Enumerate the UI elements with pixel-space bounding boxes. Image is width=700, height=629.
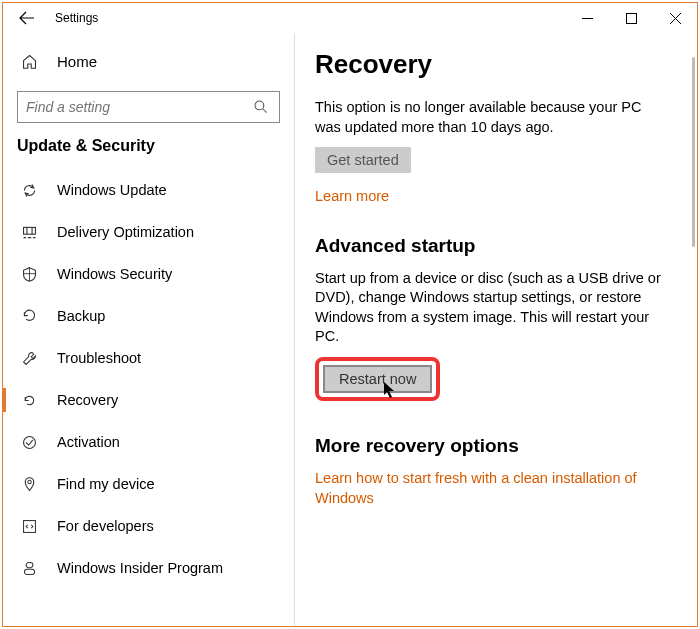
svg-rect-6 [26, 562, 33, 567]
svg-rect-2 [24, 227, 36, 234]
sidebar-item-label: For developers [57, 518, 154, 534]
more-recovery-heading: More recovery options [315, 435, 689, 457]
search-icon [253, 99, 271, 115]
sidebar-item-label: Windows Update [57, 182, 167, 198]
get-started-button: Get started [315, 147, 411, 173]
settings-window: Settings Home [2, 2, 698, 627]
highlight-callout: Restart now [315, 357, 440, 401]
advanced-startup-description: Start up from a device or disc (such as … [315, 269, 665, 347]
sidebar-nav: Windows Update Delivery Optimization Win… [3, 169, 294, 589]
backup-icon [21, 308, 41, 325]
sidebar-item-label: Activation [57, 434, 120, 450]
sync-icon [21, 182, 41, 199]
wrench-icon [21, 350, 41, 367]
titlebar: Settings [3, 3, 697, 33]
svg-point-4 [28, 480, 31, 483]
sidebar-item-label: Backup [57, 308, 105, 324]
search-input[interactable] [26, 99, 253, 115]
sidebar-item-label: Windows Security [57, 266, 172, 282]
sidebar-item-windows-update[interactable]: Windows Update [3, 169, 294, 211]
sidebar-item-troubleshoot[interactable]: Troubleshoot [3, 337, 294, 379]
advanced-startup-heading: Advanced startup [315, 235, 689, 257]
maximize-button[interactable] [609, 4, 653, 32]
sidebar-item-home[interactable]: Home [3, 43, 294, 79]
home-label: Home [57, 53, 97, 70]
sidebar-item-activation[interactable]: Activation [3, 421, 294, 463]
recovery-icon [21, 392, 41, 409]
delivery-icon [21, 224, 41, 241]
location-icon [21, 476, 41, 493]
close-button[interactable] [653, 4, 697, 32]
sidebar-item-label: Windows Insider Program [57, 560, 223, 576]
insider-icon [21, 560, 41, 577]
sidebar-section-title: Update & Security [3, 137, 294, 155]
home-icon [21, 53, 41, 70]
shield-icon [21, 266, 41, 283]
sidebar-item-find-my-device[interactable]: Find my device [3, 463, 294, 505]
code-icon [21, 518, 41, 535]
restart-now-button[interactable]: Restart now [323, 365, 432, 393]
window-controls [565, 4, 697, 32]
svg-point-3 [24, 436, 36, 448]
cursor-icon [383, 381, 397, 399]
svg-rect-0 [626, 13, 636, 23]
back-button[interactable] [13, 4, 41, 32]
svg-point-1 [255, 101, 264, 110]
sidebar-item-windows-security[interactable]: Windows Security [3, 253, 294, 295]
minimize-button[interactable] [565, 4, 609, 32]
svg-rect-7 [24, 569, 34, 574]
learn-more-link[interactable]: Learn more [315, 187, 675, 207]
sidebar-item-label: Delivery Optimization [57, 224, 194, 240]
sidebar-item-label: Recovery [57, 392, 118, 408]
sidebar-item-backup[interactable]: Backup [3, 295, 294, 337]
search-input-container[interactable] [17, 91, 280, 123]
content-pane: Recovery This option is no longer availa… [295, 33, 697, 626]
page-title: Recovery [315, 49, 689, 80]
check-circle-icon [21, 434, 41, 451]
sidebar-item-label: Find my device [57, 476, 155, 492]
window-title: Settings [55, 11, 98, 25]
sidebar-item-delivery-optimization[interactable]: Delivery Optimization [3, 211, 294, 253]
sidebar-item-for-developers[interactable]: For developers [3, 505, 294, 547]
sidebar: Home Update & Security Windows Update De… [3, 33, 295, 626]
reset-description: This option is no longer available becau… [315, 98, 665, 137]
sidebar-item-recovery[interactable]: Recovery [3, 379, 294, 421]
sidebar-item-label: Troubleshoot [57, 350, 141, 366]
svg-rect-5 [24, 520, 36, 532]
fresh-install-link[interactable]: Learn how to start fresh with a clean in… [315, 469, 675, 508]
window-body: Home Update & Security Windows Update De… [3, 33, 697, 626]
sidebar-item-windows-insider[interactable]: Windows Insider Program [3, 547, 294, 589]
scrollbar-thumb[interactable] [692, 57, 695, 247]
